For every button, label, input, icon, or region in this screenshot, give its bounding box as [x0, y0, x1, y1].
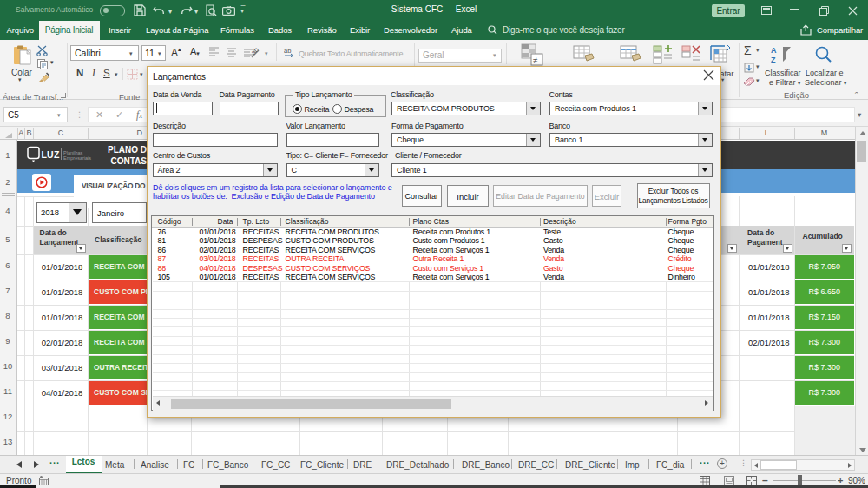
svg-text:≠: ≠: [533, 56, 538, 65]
svg-text:Z: Z: [771, 56, 776, 64]
svg-text:A: A: [771, 46, 777, 55]
svg-text:ab: ab: [284, 47, 291, 55]
svg-text:ab: ab: [251, 46, 260, 56]
